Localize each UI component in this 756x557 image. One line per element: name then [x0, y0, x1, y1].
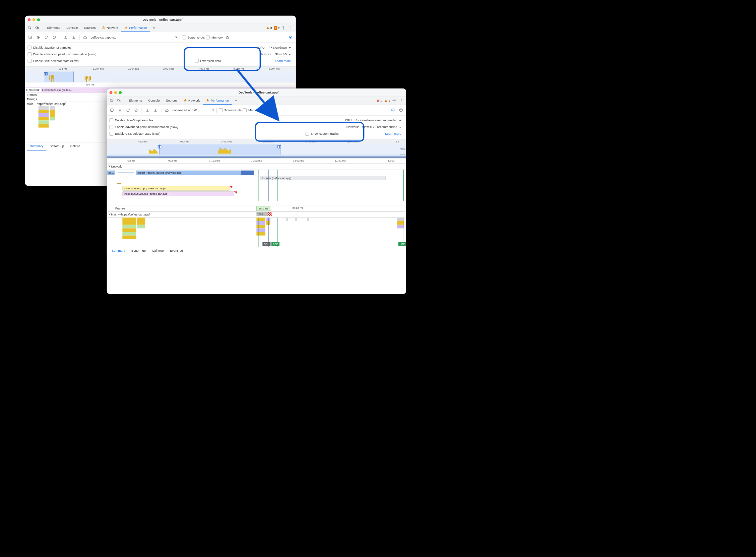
network-throttle-select[interactable]: Slow 4G – recommended	[362, 125, 401, 129]
chevron-down-icon[interactable]	[175, 36, 177, 38]
screenshots-checkbox[interactable]: Screenshots	[182, 35, 205, 39]
device-toolbar-icon[interactable]	[116, 97, 122, 104]
minimize-icon[interactable]	[114, 91, 117, 94]
download-icon[interactable]	[152, 107, 159, 114]
settings-gear-icon[interactable]	[280, 25, 287, 31]
reload-record-icon[interactable]	[125, 107, 131, 114]
tab-network[interactable]: Network	[181, 97, 203, 105]
overview-handle-icon[interactable]: ❚❚	[44, 72, 48, 76]
upload-icon[interactable]	[144, 107, 151, 114]
profile-selector[interactable]: coffee-cart.app #1	[90, 35, 117, 39]
kebab-menu-icon[interactable]	[398, 97, 404, 104]
learn-more-link[interactable]: Learn more	[275, 59, 291, 63]
record-icon[interactable]	[117, 107, 123, 114]
disable-js-samples-checkbox[interactable]: Disable JavaScript samples	[28, 46, 106, 49]
tab-console[interactable]: Console	[63, 24, 81, 32]
overview-handle-icon[interactable]: ❚❚	[158, 145, 161, 148]
shortcuts-icon[interactable]	[269, 107, 276, 114]
screenshots-checkbox[interactable]: Screenshots	[219, 108, 242, 112]
network-throttle-select[interactable]: Slow 4G	[275, 52, 291, 56]
expand-icon[interactable]	[27, 89, 28, 91]
clear-icon[interactable]	[51, 34, 58, 40]
tab-performance[interactable]: Performance	[203, 97, 232, 105]
learn-more-link[interactable]: Learn more	[385, 132, 401, 136]
minimize-icon[interactable]	[32, 18, 35, 21]
garbage-collect-icon[interactable]	[224, 34, 231, 40]
warnings-badge[interactable]: 3	[266, 26, 272, 29]
bottom-up-tab[interactable]: Bottom-up	[128, 247, 149, 255]
network-resource-bar[interactable]: index-b859522e.css (coffee-cart.app)	[122, 192, 234, 196]
fullscreen-icon[interactable]	[119, 91, 122, 94]
overview-handle-icon[interactable]: ❚❚	[277, 145, 281, 148]
tab-elements[interactable]: Elements	[126, 97, 145, 105]
home-icon[interactable]	[82, 34, 88, 40]
paint-instrumentation-checkbox[interactable]: Enable advanced paint instrumentation (s…	[28, 52, 106, 56]
home-icon[interactable]	[163, 107, 170, 114]
close-icon[interactable]	[110, 91, 113, 94]
paint-instrumentation-checkbox[interactable]: Enable advanced paint instrumentation (s…	[110, 125, 188, 129]
warnings-badge[interactable]: 1	[384, 99, 390, 102]
fullscreen-icon[interactable]	[37, 18, 40, 21]
lcp-marker[interactable]: LCP	[398, 242, 406, 246]
tab-elements[interactable]: Elements	[44, 24, 63, 32]
summary-tab[interactable]: Summary	[109, 247, 128, 255]
memory-checkbox[interactable]: Memory	[206, 35, 223, 39]
css-selector-stats-checkbox[interactable]: Enable CSS selector stats (slow)	[110, 132, 188, 136]
issue-badges[interactable]: 1 1	[376, 99, 390, 102]
collapse-icon[interactable]	[108, 166, 111, 167]
tab-sources[interactable]: Sources	[163, 97, 181, 105]
inspect-element-icon[interactable]	[109, 97, 115, 104]
dcl-marker[interactable]: DCL	[262, 242, 270, 246]
main-track-header[interactable]: Main — https://coffee-cart.app/ Task	[107, 211, 406, 217]
custom-tracks-checkbox[interactable]: Show custom tracks	[305, 132, 383, 136]
reload-record-icon[interactable]	[43, 34, 50, 40]
issue-badges[interactable]: 3 ! 2	[266, 26, 280, 30]
timeline-overview[interactable]: 994 ms 1,994 ms 2,994 ms 3,994 ms 4,994 …	[25, 67, 296, 83]
frame-bar[interactable]: 88.1 ms	[256, 206, 270, 211]
call-tree-tab[interactable]: Call tre	[67, 142, 83, 150]
tabs-overflow-icon[interactable]: »	[150, 24, 158, 32]
tab-network[interactable]: Network	[99, 24, 121, 32]
record-icon[interactable]	[35, 34, 41, 40]
kebab-menu-icon[interactable]	[288, 25, 294, 31]
tab-performance[interactable]: Performance	[121, 24, 150, 32]
frames-track-header[interactable]: Frames 88.1 ms 543.5 ms	[107, 205, 406, 211]
network-track-header[interactable]: Network	[107, 164, 406, 170]
clear-icon[interactable]	[133, 107, 140, 114]
collapsed-indicator[interactable]: ⋯	[107, 201, 406, 205]
tab-sources[interactable]: Sources	[81, 24, 99, 32]
garbage-collect-icon[interactable]	[261, 107, 268, 114]
network-resource-bar[interactable]: index-8bfa4912.js (coffee-cart.app)	[122, 186, 230, 190]
bottom-up-tab[interactable]: Bottom-up	[47, 142, 67, 150]
css-selector-stats-checkbox[interactable]: Enable CSS selector stats (slow)	[28, 59, 106, 63]
cpu-throttle-select[interactable]: 4× slowdown – recommended	[356, 118, 401, 122]
close-icon[interactable]	[28, 18, 31, 21]
extension-data-checkbox[interactable]: Extension data	[195, 59, 273, 63]
upload-icon[interactable]	[62, 34, 69, 40]
inspect-element-icon[interactable]	[27, 25, 33, 31]
profile-selector[interactable]: coffee-cart.app #1	[172, 108, 199, 112]
capture-settings-gear-icon[interactable]	[390, 107, 396, 114]
event-log-tab[interactable]: Event log	[167, 247, 186, 255]
timeline-overview[interactable]: 492 ms 992 ms 1,492 ms 1,992 ms 2,492 ms…	[107, 139, 406, 158]
help-icon[interactable]	[398, 107, 404, 114]
disable-js-samples-checkbox[interactable]: Disable JavaScript samples	[110, 118, 188, 122]
capture-settings-gear-icon[interactable]	[287, 34, 294, 40]
network-resource-bar[interactable]: collect (region1.google-analytics.com)	[136, 171, 241, 175]
download-icon[interactable]	[70, 34, 77, 40]
tabs-overflow-icon[interactable]: »	[232, 97, 240, 105]
main-flamechart[interactable]: DCL FCP LCP	[107, 217, 406, 247]
device-toolbar-icon[interactable]	[34, 25, 40, 31]
chevron-down-icon[interactable]	[212, 110, 214, 111]
info-badge[interactable]: ! 2	[274, 26, 279, 30]
settings-gear-icon[interactable]	[391, 97, 397, 104]
toggle-drawer-icon[interactable]	[27, 34, 33, 40]
network-resource-bar[interactable]: co…	[107, 171, 115, 175]
memory-checkbox[interactable]: Memory	[243, 108, 260, 112]
network-track[interactable]: co… collect (region1.google-analytics.co…	[107, 170, 406, 201]
cpu-throttle-select[interactable]: 4× slowdown	[269, 46, 291, 49]
fcp-marker[interactable]: FCP	[271, 242, 279, 246]
errors-badge[interactable]: 1	[376, 99, 382, 102]
toggle-drawer-icon[interactable]	[109, 107, 115, 114]
tab-console[interactable]: Console	[145, 97, 163, 105]
